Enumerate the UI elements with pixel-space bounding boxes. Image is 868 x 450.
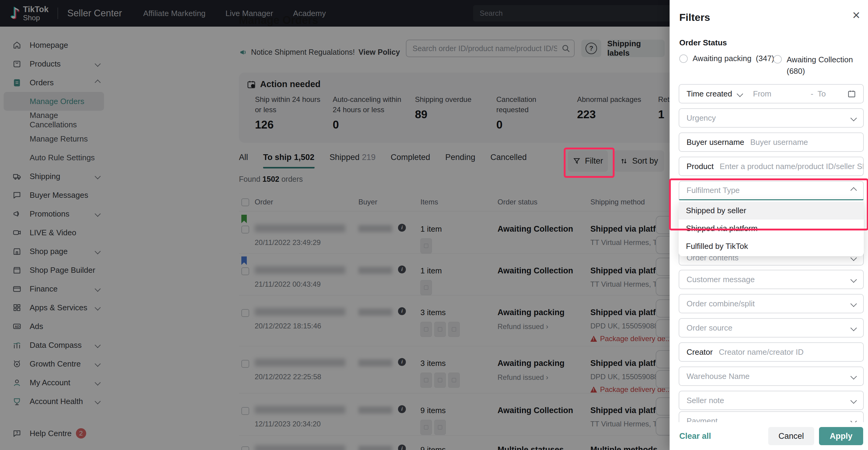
buyer-username-field[interactable]: Buyer username Buyer username — [679, 132, 864, 152]
close-icon[interactable]: × — [852, 8, 860, 22]
filters-title: Filters — [679, 11, 710, 23]
modal-scrim[interactable] — [0, 0, 670, 450]
date-to-placeholder: To — [817, 89, 826, 99]
radio-awaiting-collection[interactable]: Awaiting Collection(680) — [773, 54, 853, 77]
annotation-fulfilment-dropdown — [669, 179, 868, 230]
apply-button[interactable]: Apply — [819, 427, 863, 445]
chevron-down-icon — [850, 397, 857, 404]
customer-message-select[interactable]: Customer message — [679, 270, 864, 289]
order-combine-split-select[interactable]: Order combine/split — [679, 294, 864, 313]
chevron-down-icon — [850, 115, 857, 121]
radio-icon[interactable] — [773, 55, 782, 64]
radio-awaiting-packing[interactable]: Awaiting packing (347) — [679, 54, 774, 63]
order-source-select[interactable]: Order source — [679, 318, 864, 338]
chevron-down-icon — [850, 324, 857, 331]
radio-icon[interactable] — [679, 55, 688, 63]
urgency-select[interactable]: Urgency — [679, 108, 864, 128]
filters-footer: Clear all Cancel Apply — [670, 422, 868, 450]
calendar-icon — [847, 90, 856, 98]
cancel-button[interactable]: Cancel — [768, 427, 814, 445]
chevron-down-icon — [850, 276, 857, 283]
seller-note-select[interactable]: Seller note — [679, 391, 864, 410]
option-fulfilled-by-tiktok[interactable]: Fulfilled by TikTok — [679, 237, 864, 255]
chevron-down-icon — [850, 373, 857, 379]
clear-all-link[interactable]: Clear all — [679, 431, 711, 441]
date-from-placeholder: From — [753, 89, 772, 99]
chevron-down-icon — [737, 90, 743, 97]
annotation-filter-button — [564, 148, 615, 178]
warehouse-name-select[interactable]: Warehouse Name — [679, 366, 864, 386]
product-field[interactable]: Product Enter a product name/product ID/… — [679, 157, 864, 176]
time-created-field[interactable]: Time created From - To — [679, 84, 864, 103]
order-status-label: Order Status — [679, 38, 727, 47]
creator-field[interactable]: Creator Creator name/creator ID — [679, 342, 864, 362]
chevron-down-icon — [850, 300, 857, 307]
